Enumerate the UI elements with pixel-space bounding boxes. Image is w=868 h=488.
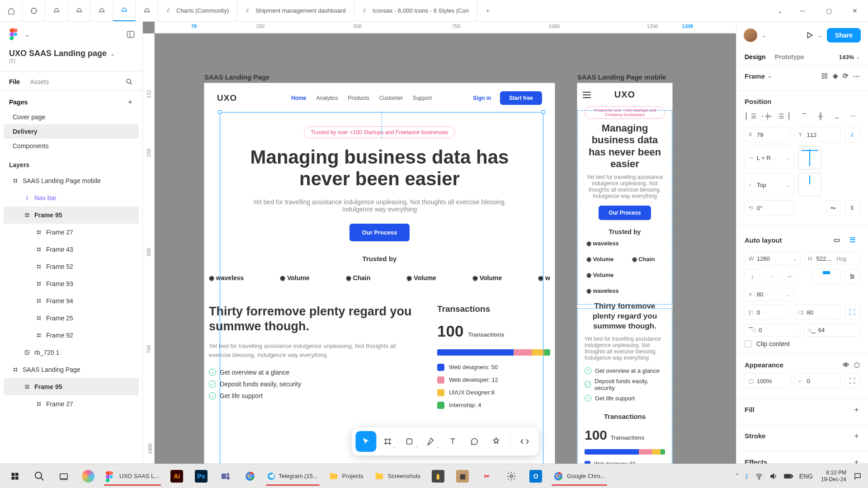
- padding-h-field[interactable]: |□0: [745, 305, 791, 320]
- radius-expand-icon[interactable]: ⛶: [844, 373, 860, 389]
- layer-item[interactable]: Frame 94: [4, 292, 139, 310]
- actions-tool[interactable]: [486, 431, 507, 452]
- prototype-tab[interactable]: Prototype: [775, 53, 804, 61]
- radius-field[interactable]: ⌐0: [795, 373, 841, 389]
- constraint-h-dropdown[interactable]: ↔L + R⌄: [745, 146, 794, 169]
- align-bottom-icon[interactable]: ⎽: [830, 110, 844, 122]
- artboard-label-desktop[interactable]: SAAS Landing Page: [204, 73, 269, 81]
- figma-logo-icon[interactable]: [7, 28, 20, 41]
- start-button[interactable]: [3, 466, 27, 487]
- add-page-icon[interactable]: ＋: [127, 98, 133, 106]
- team-name[interactable]: ITI: [0, 58, 142, 71]
- tray-up-icon[interactable]: ˄: [736, 473, 739, 480]
- taskbar-app[interactable]: ▮: [426, 466, 450, 487]
- padding-link-icon[interactable]: ⛶: [844, 305, 860, 320]
- window-close[interactable]: ✕: [842, 0, 868, 21]
- constraint-box-2[interactable]: [798, 173, 821, 197]
- x-field[interactable]: X79: [745, 127, 791, 142]
- taskbar-photoshop[interactable]: Ps: [189, 466, 213, 487]
- align-hcenter-icon[interactable]: ╴╪╴: [761, 110, 774, 122]
- document-tab-2[interactable]: Iconsax - 6,000 Icons - 6 Styles (Con: [354, 0, 477, 21]
- gap-field[interactable]: ≡80⌄: [745, 288, 794, 301]
- document-tab-0[interactable]: Charts (Community): [158, 0, 237, 21]
- frame-label[interactable]: Frame: [745, 72, 765, 80]
- constraint-v-dropdown[interactable]: ↕Top⌄: [745, 173, 794, 197]
- leaf-tab-2[interactable]: [68, 0, 90, 21]
- home-tab-icon[interactable]: [0, 0, 23, 21]
- dev-mode-toggle[interactable]: [514, 431, 535, 452]
- more-icon[interactable]: ⋯: [853, 72, 860, 80]
- taskbar-chrome[interactable]: [238, 466, 262, 487]
- assets-tab[interactable]: Assets: [30, 78, 49, 85]
- layer-item[interactable]: Frame 93: [4, 275, 139, 292]
- artboard-mobile[interactable]: UXO Trusted by over +100 Startups and Fr…: [577, 83, 672, 464]
- notification-icon[interactable]: [850, 466, 865, 487]
- taskbar-telegram[interactable]: Telegram (15...: [262, 466, 323, 487]
- visibility-icon[interactable]: 👁: [843, 361, 849, 369]
- design-tab[interactable]: Design: [745, 53, 766, 61]
- volume-icon[interactable]: [769, 472, 778, 480]
- taskbar-folder-projects[interactable]: Projects: [323, 466, 369, 487]
- absolute-position-icon[interactable]: ⫽: [844, 127, 860, 142]
- leaf-tab-1[interactable]: [45, 0, 68, 21]
- grid-icon[interactable]: [821, 72, 828, 80]
- autolayout-settings-icon[interactable]: ☰: [844, 232, 860, 248]
- taskbar-chrome-2[interactable]: Google Chro...: [548, 466, 611, 487]
- component-icon[interactable]: ◈: [833, 72, 838, 80]
- window-maximize[interactable]: ▢: [816, 0, 842, 21]
- flip-v-icon[interactable]: ⥮: [844, 200, 860, 216]
- artboard-label-mobile[interactable]: SAAS Landing Page mobile: [577, 73, 666, 81]
- layer-item[interactable]: Frame 95: [4, 206, 139, 224]
- taskbar-folder-screenshots[interactable]: Screenshots: [369, 466, 426, 487]
- layer-item[interactable]: Frame 95: [4, 378, 139, 395]
- share-button[interactable]: Share: [827, 28, 861, 42]
- battery-icon[interactable]: [784, 473, 793, 479]
- system-tray[interactable]: ˄ ᛒ ENG: [731, 472, 817, 480]
- window-chevron-icon[interactable]: ⌄: [771, 0, 789, 21]
- autolayout-adv-icon[interactable]: [844, 269, 860, 284]
- direction-down-icon[interactable]: ↓: [745, 269, 760, 284]
- file-tab[interactable]: File: [9, 78, 20, 85]
- bluetooth-icon[interactable]: ᛒ: [745, 473, 749, 480]
- page-item[interactable]: Cover page: [4, 110, 139, 124]
- layer-item[interactable]: Frame 27: [4, 224, 139, 241]
- layer-item[interactable]: SAAS Landing Page: [4, 361, 139, 378]
- main-menu-chevron-icon[interactable]: ⌄: [24, 31, 30, 38]
- new-tab-button[interactable]: ＋: [477, 0, 498, 21]
- taskbar-snip[interactable]: ✂: [475, 466, 499, 487]
- task-view[interactable]: [52, 466, 76, 487]
- align-more-icon[interactable]: ⋯: [846, 110, 860, 122]
- move-tool[interactable]: ⌄: [356, 431, 377, 452]
- align-top-icon[interactable]: ⎺: [797, 110, 811, 122]
- taskbar-illustrator[interactable]: Ai: [165, 466, 189, 487]
- copilot-icon[interactable]: [76, 466, 100, 487]
- leaf-tab-5[interactable]: [136, 0, 158, 21]
- project-name[interactable]: UXO SAAS Landing page⌄: [0, 47, 142, 58]
- present-icon[interactable]: [806, 31, 814, 39]
- leaf-tab-active[interactable]: [113, 0, 136, 21]
- text-tool[interactable]: [443, 431, 463, 452]
- layer-item[interactable]: Frame 52: [4, 258, 139, 275]
- taskbar-clock[interactable]: 8:10 PM19-Dec-24: [817, 469, 850, 483]
- shape-tool[interactable]: ⌄: [399, 431, 420, 452]
- opacity-field[interactable]: ▢100%: [745, 373, 791, 389]
- height-field[interactable]: H522…Hug: [804, 252, 860, 265]
- layer-item[interactable]: Nav bar: [4, 189, 139, 206]
- recent-tab-icon[interactable]: [23, 0, 45, 21]
- align-vcenter-icon[interactable]: ╫: [814, 110, 827, 122]
- padding-b-field[interactable]: □▁64: [804, 324, 860, 337]
- blend-icon[interactable]: ◌: [854, 361, 860, 369]
- clip-checkbox[interactable]: [745, 340, 752, 347]
- document-tab-1[interactable]: Shipment management dashboard: [237, 0, 354, 21]
- alignment-grid[interactable]: [812, 269, 841, 284]
- direction-wrap-icon[interactable]: ↵: [783, 269, 798, 284]
- align-left-icon[interactable]: ▏☰: [745, 110, 758, 122]
- reset-icon[interactable]: ⟳: [843, 72, 849, 80]
- lang-indicator[interactable]: ENG: [799, 473, 813, 480]
- comment-tool[interactable]: [464, 431, 485, 452]
- direction-right-icon[interactable]: →: [764, 269, 779, 284]
- align-right-icon[interactable]: ☰▕: [777, 110, 791, 122]
- layer-item[interactable]: Frame 25: [4, 310, 139, 327]
- add-stroke-icon[interactable]: ＋: [853, 432, 860, 440]
- rotation-field[interactable]: ⟲0°: [745, 200, 794, 216]
